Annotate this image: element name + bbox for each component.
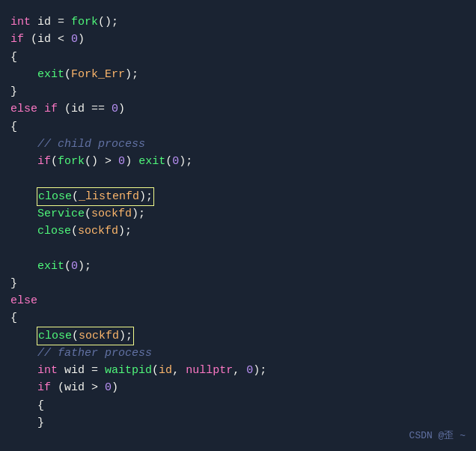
code-line-3: { bbox=[7, 49, 476, 66]
code-editor: int id = fork(); if (id < 0) { exit(Fork… bbox=[0, 0, 476, 451]
code-line-1: int id = fork(); bbox=[7, 13, 476, 31]
code-line-16: } bbox=[7, 275, 476, 292]
code-line-13: close(sockfd); bbox=[7, 223, 476, 240]
code-line-21: int wid = waitpid(id, nullptr, 0); bbox=[7, 362, 476, 379]
code-line-18: { bbox=[7, 309, 476, 327]
code-line-22: if (wid > 0) bbox=[7, 379, 476, 396]
code-line-6: else if (id == 0) bbox=[7, 100, 476, 118]
code-line-4: exit(Fork_Err); bbox=[7, 66, 476, 83]
code-line-19: close(sockfd); bbox=[7, 327, 476, 345]
code-line-2: if (id < 0) bbox=[7, 31, 476, 48]
code-line-17: else bbox=[7, 292, 476, 309]
code-line-5: } bbox=[7, 83, 476, 100]
code-line-12: Service(sockfd); bbox=[7, 205, 476, 223]
code-line-24: } bbox=[7, 414, 476, 432]
code-line-9: if(fork() > 0) exit(0); bbox=[7, 153, 476, 170]
code-line-8: // child process bbox=[7, 136, 476, 153]
code-line-20: // father process bbox=[7, 345, 476, 362]
code-line-14 bbox=[7, 240, 476, 257]
code-line-15: exit(0); bbox=[7, 258, 476, 275]
code-line-10 bbox=[7, 170, 476, 187]
keyword-int: int bbox=[10, 13, 31, 31]
code-line-23: { bbox=[7, 397, 476, 414]
watermark: CSDN @歪 ~ bbox=[409, 429, 466, 444]
code-line-7: { bbox=[7, 118, 476, 136]
code-line-11: close(_listenfd); bbox=[7, 188, 476, 205]
